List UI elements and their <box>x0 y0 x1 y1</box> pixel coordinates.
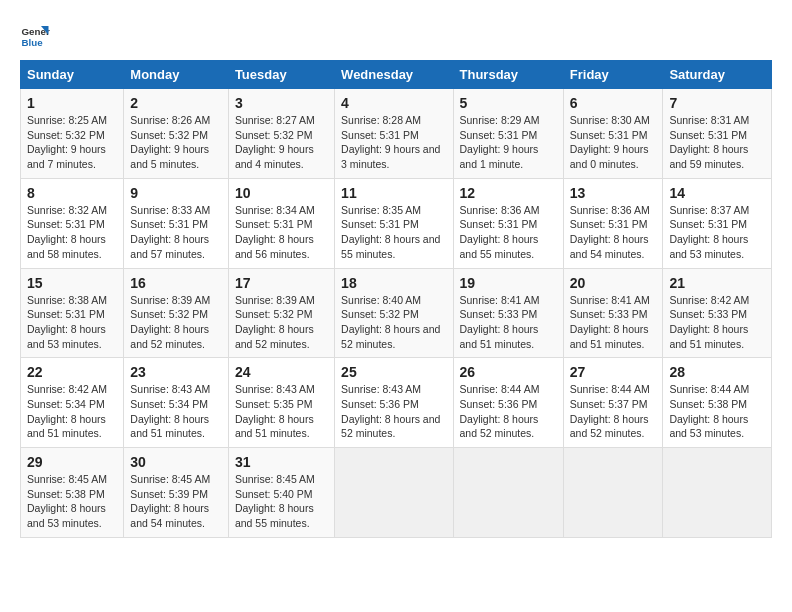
calendar-week-1: 1 Sunrise: 8:25 AM Sunset: 5:32 PM Dayli… <box>21 89 772 179</box>
day-info: Sunrise: 8:45 AM Sunset: 5:39 PM Dayligh… <box>130 472 222 531</box>
day-info: Sunrise: 8:44 AM Sunset: 5:38 PM Dayligh… <box>669 382 765 441</box>
day-info: Sunrise: 8:42 AM Sunset: 5:34 PM Dayligh… <box>27 382 117 441</box>
day-number: 4 <box>341 95 446 111</box>
day-info: Sunrise: 8:38 AM Sunset: 5:31 PM Dayligh… <box>27 293 117 352</box>
calendar-cell: 7 Sunrise: 8:31 AM Sunset: 5:31 PM Dayli… <box>663 89 772 179</box>
day-info: Sunrise: 8:41 AM Sunset: 5:33 PM Dayligh… <box>460 293 557 352</box>
day-number: 30 <box>130 454 222 470</box>
svg-text:Blue: Blue <box>22 37 44 48</box>
calendar-cell: 24 Sunrise: 8:43 AM Sunset: 5:35 PM Dayl… <box>228 358 334 448</box>
day-info: Sunrise: 8:43 AM Sunset: 5:34 PM Dayligh… <box>130 382 222 441</box>
calendar-cell: 2 Sunrise: 8:26 AM Sunset: 5:32 PM Dayli… <box>124 89 229 179</box>
day-number: 28 <box>669 364 765 380</box>
page-header: General Blue <box>20 20 772 50</box>
calendar-table: SundayMondayTuesdayWednesdayThursdayFrid… <box>20 60 772 538</box>
day-number: 1 <box>27 95 117 111</box>
calendar-cell: 5 Sunrise: 8:29 AM Sunset: 5:31 PM Dayli… <box>453 89 563 179</box>
day-number: 9 <box>130 185 222 201</box>
column-header-thursday: Thursday <box>453 61 563 89</box>
day-number: 24 <box>235 364 328 380</box>
day-number: 12 <box>460 185 557 201</box>
day-number: 21 <box>669 275 765 291</box>
calendar-cell: 22 Sunrise: 8:42 AM Sunset: 5:34 PM Dayl… <box>21 358 124 448</box>
day-number: 17 <box>235 275 328 291</box>
day-number: 11 <box>341 185 446 201</box>
day-number: 8 <box>27 185 117 201</box>
day-info: Sunrise: 8:36 AM Sunset: 5:31 PM Dayligh… <box>460 203 557 262</box>
calendar-week-4: 22 Sunrise: 8:42 AM Sunset: 5:34 PM Dayl… <box>21 358 772 448</box>
calendar-cell: 13 Sunrise: 8:36 AM Sunset: 5:31 PM Dayl… <box>563 178 663 268</box>
calendar-cell: 21 Sunrise: 8:42 AM Sunset: 5:33 PM Dayl… <box>663 268 772 358</box>
calendar-cell <box>563 448 663 538</box>
calendar-cell: 8 Sunrise: 8:32 AM Sunset: 5:31 PM Dayli… <box>21 178 124 268</box>
calendar-cell: 14 Sunrise: 8:37 AM Sunset: 5:31 PM Dayl… <box>663 178 772 268</box>
day-number: 20 <box>570 275 657 291</box>
day-number: 7 <box>669 95 765 111</box>
day-number: 14 <box>669 185 765 201</box>
calendar-header-row: SundayMondayTuesdayWednesdayThursdayFrid… <box>21 61 772 89</box>
calendar-week-5: 29 Sunrise: 8:45 AM Sunset: 5:38 PM Dayl… <box>21 448 772 538</box>
day-info: Sunrise: 8:41 AM Sunset: 5:33 PM Dayligh… <box>570 293 657 352</box>
calendar-cell: 4 Sunrise: 8:28 AM Sunset: 5:31 PM Dayli… <box>335 89 453 179</box>
day-info: Sunrise: 8:30 AM Sunset: 5:31 PM Dayligh… <box>570 113 657 172</box>
day-number: 27 <box>570 364 657 380</box>
calendar-cell: 30 Sunrise: 8:45 AM Sunset: 5:39 PM Dayl… <box>124 448 229 538</box>
day-number: 5 <box>460 95 557 111</box>
day-info: Sunrise: 8:44 AM Sunset: 5:36 PM Dayligh… <box>460 382 557 441</box>
day-info: Sunrise: 8:39 AM Sunset: 5:32 PM Dayligh… <box>235 293 328 352</box>
logo-icon: General Blue <box>20 20 50 50</box>
calendar-cell: 17 Sunrise: 8:39 AM Sunset: 5:32 PM Dayl… <box>228 268 334 358</box>
calendar-cell: 20 Sunrise: 8:41 AM Sunset: 5:33 PM Dayl… <box>563 268 663 358</box>
day-number: 31 <box>235 454 328 470</box>
calendar-cell: 18 Sunrise: 8:40 AM Sunset: 5:32 PM Dayl… <box>335 268 453 358</box>
day-number: 25 <box>341 364 446 380</box>
calendar-cell: 29 Sunrise: 8:45 AM Sunset: 5:38 PM Dayl… <box>21 448 124 538</box>
day-info: Sunrise: 8:40 AM Sunset: 5:32 PM Dayligh… <box>341 293 446 352</box>
day-info: Sunrise: 8:27 AM Sunset: 5:32 PM Dayligh… <box>235 113 328 172</box>
day-info: Sunrise: 8:25 AM Sunset: 5:32 PM Dayligh… <box>27 113 117 172</box>
column-header-monday: Monday <box>124 61 229 89</box>
day-number: 26 <box>460 364 557 380</box>
calendar-cell: 27 Sunrise: 8:44 AM Sunset: 5:37 PM Dayl… <box>563 358 663 448</box>
calendar-cell <box>335 448 453 538</box>
day-number: 13 <box>570 185 657 201</box>
calendar-cell: 10 Sunrise: 8:34 AM Sunset: 5:31 PM Dayl… <box>228 178 334 268</box>
day-number: 19 <box>460 275 557 291</box>
calendar-cell: 9 Sunrise: 8:33 AM Sunset: 5:31 PM Dayli… <box>124 178 229 268</box>
calendar-week-3: 15 Sunrise: 8:38 AM Sunset: 5:31 PM Dayl… <box>21 268 772 358</box>
calendar-cell: 25 Sunrise: 8:43 AM Sunset: 5:36 PM Dayl… <box>335 358 453 448</box>
day-info: Sunrise: 8:28 AM Sunset: 5:31 PM Dayligh… <box>341 113 446 172</box>
day-info: Sunrise: 8:33 AM Sunset: 5:31 PM Dayligh… <box>130 203 222 262</box>
day-number: 16 <box>130 275 222 291</box>
day-info: Sunrise: 8:45 AM Sunset: 5:40 PM Dayligh… <box>235 472 328 531</box>
calendar-cell: 28 Sunrise: 8:44 AM Sunset: 5:38 PM Dayl… <box>663 358 772 448</box>
column-header-saturday: Saturday <box>663 61 772 89</box>
calendar-cell: 1 Sunrise: 8:25 AM Sunset: 5:32 PM Dayli… <box>21 89 124 179</box>
day-info: Sunrise: 8:31 AM Sunset: 5:31 PM Dayligh… <box>669 113 765 172</box>
day-info: Sunrise: 8:37 AM Sunset: 5:31 PM Dayligh… <box>669 203 765 262</box>
calendar-cell: 12 Sunrise: 8:36 AM Sunset: 5:31 PM Dayl… <box>453 178 563 268</box>
calendar-week-2: 8 Sunrise: 8:32 AM Sunset: 5:31 PM Dayli… <box>21 178 772 268</box>
calendar-cell: 15 Sunrise: 8:38 AM Sunset: 5:31 PM Dayl… <box>21 268 124 358</box>
day-number: 22 <box>27 364 117 380</box>
day-number: 10 <box>235 185 328 201</box>
column-header-wednesday: Wednesday <box>335 61 453 89</box>
day-info: Sunrise: 8:39 AM Sunset: 5:32 PM Dayligh… <box>130 293 222 352</box>
calendar-cell: 19 Sunrise: 8:41 AM Sunset: 5:33 PM Dayl… <box>453 268 563 358</box>
column-header-sunday: Sunday <box>21 61 124 89</box>
day-number: 18 <box>341 275 446 291</box>
day-number: 2 <box>130 95 222 111</box>
day-info: Sunrise: 8:34 AM Sunset: 5:31 PM Dayligh… <box>235 203 328 262</box>
calendar-cell: 26 Sunrise: 8:44 AM Sunset: 5:36 PM Dayl… <box>453 358 563 448</box>
day-info: Sunrise: 8:42 AM Sunset: 5:33 PM Dayligh… <box>669 293 765 352</box>
calendar-cell: 11 Sunrise: 8:35 AM Sunset: 5:31 PM Dayl… <box>335 178 453 268</box>
calendar-cell: 3 Sunrise: 8:27 AM Sunset: 5:32 PM Dayli… <box>228 89 334 179</box>
day-info: Sunrise: 8:36 AM Sunset: 5:31 PM Dayligh… <box>570 203 657 262</box>
logo: General Blue <box>20 20 50 50</box>
calendar-cell: 6 Sunrise: 8:30 AM Sunset: 5:31 PM Dayli… <box>563 89 663 179</box>
day-info: Sunrise: 8:43 AM Sunset: 5:35 PM Dayligh… <box>235 382 328 441</box>
calendar-cell <box>663 448 772 538</box>
column-header-friday: Friday <box>563 61 663 89</box>
day-info: Sunrise: 8:45 AM Sunset: 5:38 PM Dayligh… <box>27 472 117 531</box>
day-info: Sunrise: 8:44 AM Sunset: 5:37 PM Dayligh… <box>570 382 657 441</box>
